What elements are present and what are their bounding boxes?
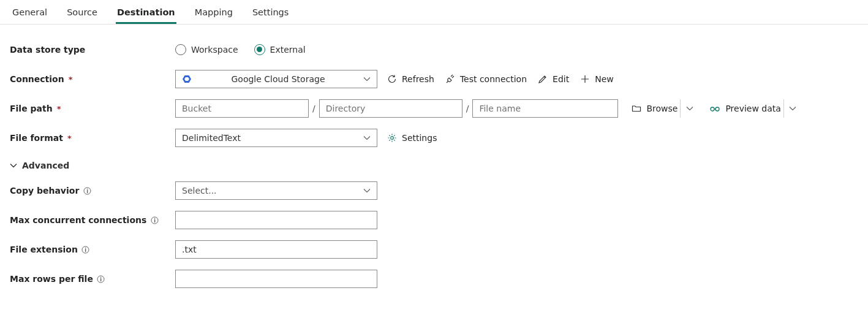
label-file-extension: File extension i — [10, 245, 175, 254]
gear-icon — [387, 133, 397, 143]
connection-value: Google Cloud Storage — [231, 74, 325, 84]
connection-select[interactable]: Google Cloud Storage — [175, 70, 377, 88]
tab-source[interactable]: Source — [66, 4, 99, 24]
browse-more-button[interactable] — [680, 99, 698, 118]
max-concurrent-input[interactable] — [175, 211, 377, 229]
plug-icon — [445, 74, 455, 84]
label-file-format: File format* — [10, 133, 175, 143]
svg-text:i: i — [85, 247, 87, 253]
label-max-rows: Max rows per file i — [10, 274, 175, 284]
chevron-down-icon — [363, 75, 371, 83]
plus-icon — [580, 74, 590, 84]
datastore-type-group: Workspace External — [175, 44, 306, 55]
directory-input[interactable] — [319, 99, 462, 118]
label-file-path: File path* — [10, 104, 175, 113]
file-format-select[interactable]: DelimitedText — [175, 129, 377, 147]
max-rows-input[interactable] — [175, 270, 377, 288]
svg-text:i: i — [154, 218, 156, 223]
label-max-concurrent: Max concurrent connections i — [10, 215, 175, 225]
info-icon: i — [83, 186, 91, 195]
preview-data-button[interactable]: Preview data — [708, 102, 782, 115]
file-extension-input[interactable] — [175, 240, 377, 259]
radio-external[interactable]: External — [254, 44, 306, 55]
path-separator: / — [466, 104, 469, 113]
radio-external-label: External — [270, 45, 306, 55]
format-settings-button[interactable]: Settings — [386, 132, 438, 144]
chevron-down-icon — [789, 105, 796, 112]
browse-button[interactable]: Browse — [630, 102, 679, 115]
label-copy-behavior: Copy behavior i — [10, 186, 175, 196]
refresh-button[interactable]: Refresh — [386, 73, 436, 85]
copy-behavior-placeholder: Select... — [182, 186, 217, 196]
radio-workspace[interactable]: Workspace — [175, 44, 238, 55]
svg-text:i: i — [100, 276, 102, 282]
radio-workspace-label: Workspace — [191, 45, 238, 55]
info-icon: i — [81, 245, 90, 254]
file-format-value: DelimitedText — [182, 133, 241, 143]
info-icon: i — [97, 275, 105, 283]
radio-icon-unselected — [175, 44, 186, 55]
filename-input[interactable] — [472, 99, 618, 118]
tab-bar: General Source Destination Mapping Setti… — [0, 0, 868, 25]
copy-behavior-select[interactable]: Select... — [175, 181, 377, 200]
path-separator: / — [312, 104, 315, 113]
test-connection-button[interactable]: Test connection — [444, 73, 528, 85]
radio-icon-selected — [254, 44, 265, 55]
bucket-input[interactable] — [175, 99, 309, 118]
glasses-icon — [709, 104, 720, 113]
chevron-down-icon — [363, 187, 371, 194]
folder-icon — [632, 104, 641, 113]
pencil-icon — [538, 74, 548, 84]
info-icon: i — [150, 216, 159, 224]
svg-text:i: i — [86, 188, 88, 194]
edit-button[interactable]: Edit — [537, 73, 570, 85]
label-connection: Connection* — [10, 74, 175, 84]
svg-point-3 — [715, 107, 719, 111]
chevron-down-icon — [363, 134, 371, 142]
tab-settings[interactable]: Settings — [251, 4, 290, 24]
chevron-down-icon — [686, 105, 693, 112]
label-datastore-type: Data store type — [10, 45, 175, 55]
google-cloud-storage-icon — [182, 74, 192, 84]
tab-mapping[interactable]: Mapping — [194, 4, 234, 24]
svg-point-2 — [711, 107, 714, 111]
new-button[interactable]: New — [579, 73, 615, 85]
preview-more-button[interactable] — [783, 99, 802, 118]
tab-general[interactable]: General — [11, 4, 48, 24]
advanced-toggle[interactable]: Advanced — [10, 158, 858, 175]
refresh-icon — [387, 74, 397, 84]
chevron-down-icon — [10, 162, 17, 169]
tab-destination[interactable]: Destination — [116, 4, 176, 24]
svg-point-4 — [391, 137, 394, 140]
